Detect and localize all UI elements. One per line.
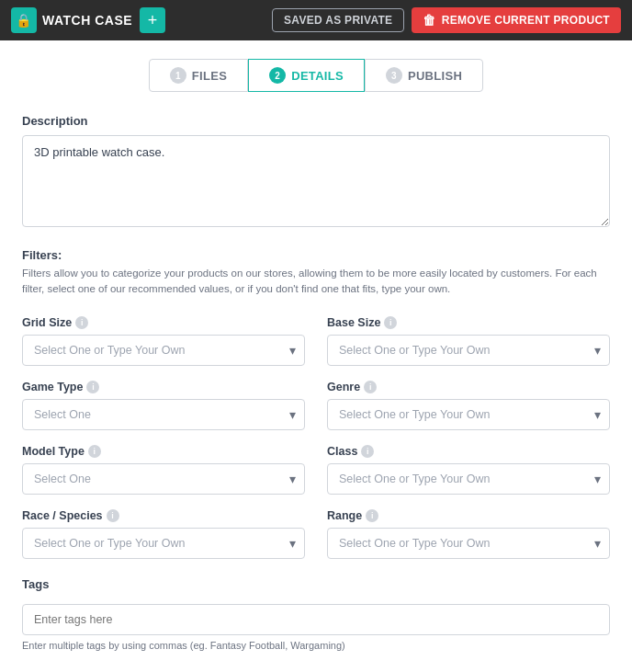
select-race-species[interactable]: Select One or Type Your Own (22, 528, 305, 559)
filter-group-race-species: Race / Species i Select One or Type Your… (22, 509, 305, 559)
tab-publish[interactable]: 3 PUBLISH (365, 59, 483, 92)
tab-files-label: FILES (192, 69, 227, 83)
select-model-type[interactable]: Select One (22, 463, 305, 495)
tab-details-num: 2 (269, 67, 286, 84)
tags-input[interactable] (22, 604, 610, 635)
app-title: WATCH CASE (42, 13, 132, 28)
filter-label-grid-size: Grid Size i (22, 316, 305, 329)
tab-files[interactable]: 1 FILES (149, 59, 248, 92)
select-range[interactable]: Select One or Type Your Own (327, 528, 610, 559)
info-icon-base-size[interactable]: i (384, 316, 397, 329)
select-wrapper-base-size: Select One or Type Your Own (327, 335, 610, 366)
filter-group-class: Class i Select One or Type Your Own (327, 445, 610, 495)
filter-label-race-species: Race / Species i (22, 509, 305, 522)
select-wrapper-game-type: Select One (22, 399, 305, 430)
filters-grid: Grid Size i Select One or Type Your Own … (22, 316, 610, 559)
description-textarea[interactable]: 3D printable watch case. (22, 135, 610, 227)
filter-group-range: Range i Select One or Type Your Own (327, 509, 610, 559)
select-base-size[interactable]: Select One or Type Your Own (327, 335, 610, 366)
filter-label-game-type: Game Type i (22, 381, 305, 393)
info-icon-model-type[interactable]: i (88, 445, 101, 458)
filter-label-model-type: Model Type i (22, 445, 305, 458)
select-wrapper-range: Select One or Type Your Own (327, 528, 610, 559)
saved-as-private-button[interactable]: SAVED AS PRIVATE (272, 8, 404, 32)
filter-group-genre: Genre i Select One or Type Your Own (327, 381, 610, 430)
filter-group-game-type: Game Type i Select One (22, 381, 305, 430)
info-icon-class[interactable]: i (361, 445, 374, 458)
filter-group-base-size: Base Size i Select One or Type Your Own (327, 316, 610, 366)
tab-details[interactable]: 2 DETAILS (248, 59, 365, 92)
lock-icon: 🔒 (11, 7, 37, 33)
header-left: 🔒 WATCH CASE + (11, 7, 165, 33)
tags-hint: Enter multiple tags by using commas (eg.… (22, 640, 610, 651)
info-icon-grid-size[interactable]: i (75, 316, 88, 329)
filter-label-range: Range i (327, 509, 610, 522)
filter-label-base-size: Base Size i (327, 316, 610, 329)
info-icon-game-type[interactable]: i (86, 381, 99, 393)
select-wrapper-model-type: Select One (22, 463, 305, 495)
header-right: SAVED AS PRIVATE 🗑 REMOVE CURRENT PRODUC… (272, 7, 621, 33)
tags-label: Tags (22, 577, 610, 591)
tab-details-label: DETAILS (291, 69, 344, 83)
filter-group-model-type: Model Type i Select One (22, 445, 305, 495)
filter-group-grid-size: Grid Size i Select One or Type Your Own (22, 316, 305, 366)
info-icon-genre[interactable]: i (364, 381, 377, 393)
filters-title: Filters: (22, 248, 610, 262)
info-icon-range[interactable]: i (366, 509, 378, 522)
header: 🔒 WATCH CASE + SAVED AS PRIVATE 🗑 REMOVE… (0, 0, 632, 40)
filter-label-genre: Genre i (327, 381, 610, 393)
description-section: Description 3D printable watch case. (22, 114, 610, 230)
main-content: 1 FILES 2 DETAILS 3 PUBLISH Description … (0, 40, 632, 672)
info-icon-race-species[interactable]: i (107, 509, 119, 522)
select-genre[interactable]: Select One or Type Your Own (327, 399, 610, 430)
tab-publish-num: 3 (386, 67, 402, 84)
select-class[interactable]: Select One or Type Your Own (327, 463, 610, 495)
tab-files-num: 1 (170, 67, 186, 84)
add-button[interactable]: + (140, 7, 165, 33)
description-label: Description (22, 114, 610, 128)
app-logo: 🔒 WATCH CASE (11, 7, 132, 33)
trash-icon: 🗑 (423, 13, 435, 28)
select-wrapper-grid-size: Select One or Type Your Own (22, 335, 305, 366)
remove-product-label: REMOVE CURRENT PRODUCT (442, 14, 610, 27)
tab-publish-label: PUBLISH (408, 69, 462, 83)
filters-description: Filters allow you to categorize your pro… (22, 266, 610, 298)
tabs-bar: 1 FILES 2 DETAILS 3 PUBLISH (22, 59, 610, 92)
filter-label-class: Class i (327, 445, 610, 458)
select-wrapper-race-species: Select One or Type Your Own (22, 528, 305, 559)
filters-section: Filters: Filters allow you to categorize… (22, 248, 610, 559)
select-grid-size[interactable]: Select One or Type Your Own (22, 335, 305, 366)
select-wrapper-class: Select One or Type Your Own (327, 463, 610, 495)
select-wrapper-genre: Select One or Type Your Own (327, 399, 610, 430)
remove-product-button[interactable]: 🗑 REMOVE CURRENT PRODUCT (412, 7, 621, 33)
select-game-type[interactable]: Select One (22, 399, 305, 430)
tags-section: Tags Enter multiple tags by using commas… (22, 577, 610, 651)
